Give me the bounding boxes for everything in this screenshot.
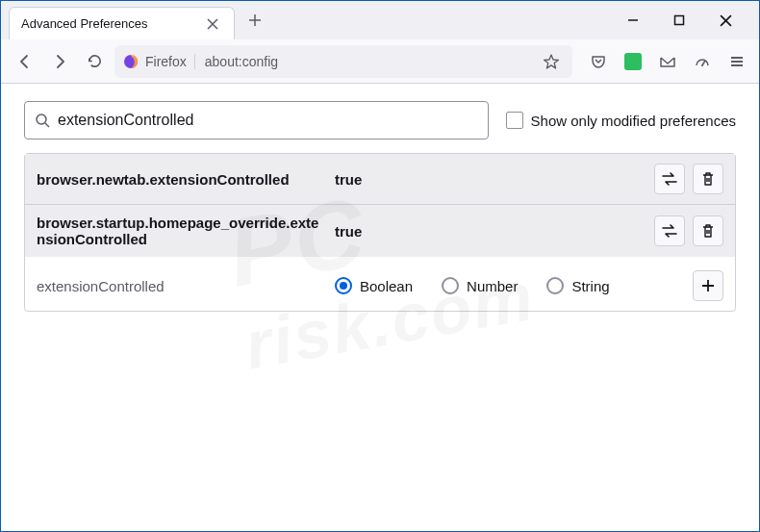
add-button[interactable] (693, 270, 723, 301)
show-modified-checkbox[interactable]: Show only modified preferences (506, 112, 736, 129)
close-window-button[interactable] (711, 6, 740, 35)
new-tab-button[interactable] (241, 6, 269, 35)
tab-title: Advanced Preferences (21, 16, 203, 31)
delete-button[interactable] (693, 164, 723, 194)
radio-label: String (571, 278, 609, 294)
new-pref-row: extensionControlled Boolean Number Strin… (25, 257, 735, 311)
forward-button[interactable] (45, 47, 74, 76)
content-area: Show only modified preferences browser.n… (1, 84, 759, 329)
radio-icon (335, 277, 352, 294)
title-bar: Advanced Preferences (1, 1, 759, 39)
pocket-icon[interactable] (586, 49, 611, 74)
urlbar-url-text: about:config (201, 54, 532, 69)
browser-tab[interactable]: Advanced Preferences (9, 7, 235, 39)
app-menu-icon[interactable] (724, 49, 749, 74)
bookmark-star-icon[interactable] (538, 48, 565, 75)
type-radio-group: Boolean Number String (335, 277, 683, 294)
radio-label: Number (467, 278, 518, 294)
svg-rect-0 (675, 16, 684, 25)
radio-icon (442, 277, 459, 294)
dashboard-icon[interactable] (690, 49, 715, 74)
show-modified-label: Show only modified preferences (531, 113, 736, 129)
pref-row[interactable]: browser.startup.homepage_override.extens… (25, 204, 735, 257)
preferences-table: browser.newtab.extensionControlled true … (24, 153, 736, 312)
mail-icon[interactable] (655, 49, 680, 74)
radio-boolean[interactable]: Boolean (335, 277, 413, 294)
search-box[interactable] (24, 101, 489, 139)
url-bar[interactable]: Firefox about:config (114, 45, 572, 78)
svg-point-2 (701, 64, 703, 66)
urlbar-brand-label: Firefox (145, 54, 195, 69)
back-button[interactable] (11, 47, 39, 76)
firefox-icon (122, 53, 139, 70)
radio-label: Boolean (360, 278, 413, 294)
svg-point-3 (37, 114, 46, 124)
radio-icon (546, 277, 564, 294)
minimize-button[interactable] (619, 6, 647, 35)
toggle-button[interactable] (654, 164, 685, 194)
nav-toolbar: Firefox about:config (1, 39, 759, 84)
pref-value: true (335, 223, 645, 240)
close-tab-icon[interactable] (203, 14, 222, 34)
reload-button[interactable] (80, 47, 109, 76)
search-icon (35, 113, 50, 128)
new-pref-name: extensionControlled (37, 278, 325, 294)
pref-row[interactable]: browser.newtab.extensionControlled true (25, 154, 735, 204)
pref-name: browser.newtab.extensionControlled (37, 171, 325, 188)
toggle-button[interactable] (654, 215, 685, 246)
delete-button[interactable] (693, 215, 723, 246)
radio-number[interactable]: Number (442, 277, 518, 294)
search-input[interactable] (58, 112, 478, 129)
maximize-button[interactable] (665, 6, 694, 35)
pref-name: browser.startup.homepage_override.extens… (37, 215, 325, 247)
evernote-icon[interactable] (621, 49, 646, 74)
pref-value: true (335, 171, 645, 188)
checkbox-icon (506, 112, 523, 129)
radio-string[interactable]: String (546, 277, 609, 294)
